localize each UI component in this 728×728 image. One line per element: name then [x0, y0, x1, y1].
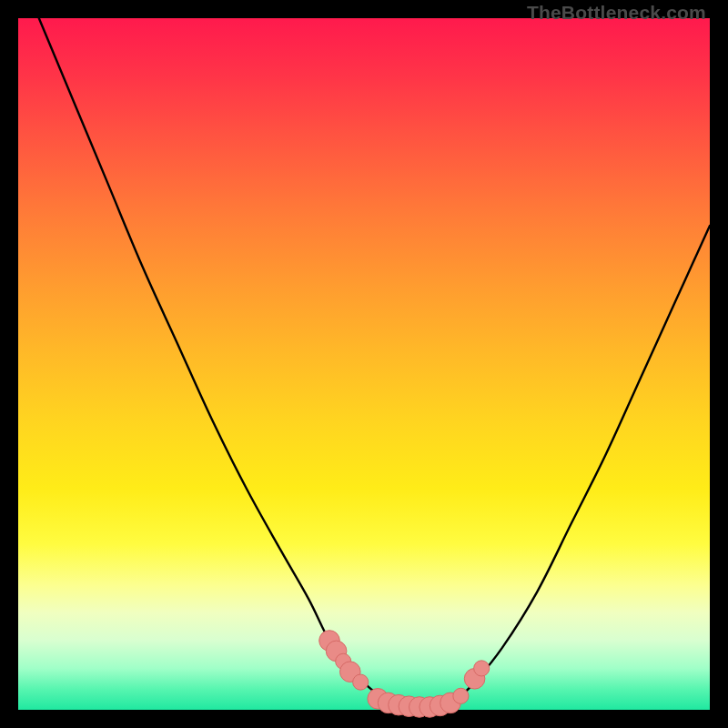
curve-layer	[39, 18, 710, 708]
marker-point	[474, 661, 490, 676]
curve-left-curve	[39, 18, 392, 703]
chart-frame: TheBottleneck.com	[0, 0, 728, 728]
curve-right-curve	[454, 226, 710, 703]
marker-layer	[319, 631, 490, 718]
marker-point	[453, 688, 469, 703]
marker-point	[353, 674, 369, 690]
chart-svg	[18, 18, 710, 710]
